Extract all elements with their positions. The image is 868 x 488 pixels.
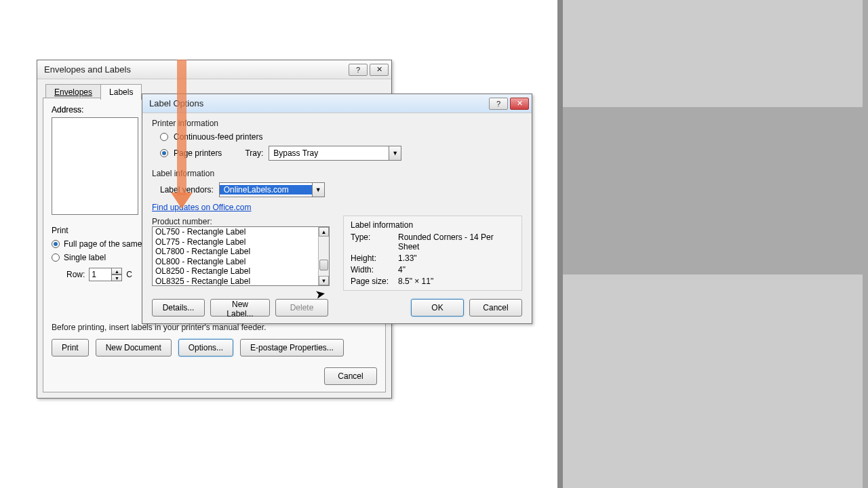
cancel-button[interactable]: Cancel xyxy=(324,367,377,385)
dialog-title: Label Options xyxy=(149,98,487,108)
label-options-dialog: Label Options ? ✕ Printer information Co… xyxy=(142,94,532,324)
titlebar[interactable]: Envelopes and Labels ? ✕ xyxy=(37,60,391,79)
vendor-label: Label vendors: xyxy=(160,185,214,195)
type-value: Rounded Corners - 14 Per Sheet xyxy=(398,232,515,251)
row-input[interactable] xyxy=(89,268,112,281)
tray-value: Bypass Tray xyxy=(269,148,389,158)
vendor-combo[interactable]: OnlineLabels.com ▼ xyxy=(219,182,325,197)
scroll-thumb[interactable] xyxy=(319,260,328,270)
radio-label: Single label xyxy=(64,253,106,262)
list-items: OL750 - Rectangle LabelOL775 - Rectangle… xyxy=(153,227,318,286)
radio-label: Continuous-feed printers xyxy=(174,132,262,142)
scroll-track[interactable] xyxy=(319,237,329,276)
cancel-button[interactable]: Cancel xyxy=(469,299,522,317)
help-button[interactable]: ? xyxy=(349,64,368,76)
height-label: Height: xyxy=(351,253,398,263)
page-label: Page size: xyxy=(351,277,398,286)
tray-label: Tray: xyxy=(245,148,263,158)
product-list-column: Product number: OL750 - Rectangle LabelO… xyxy=(152,216,330,291)
row-spinner[interactable]: ▲ ▼ xyxy=(89,268,122,281)
dialog-body: Printer information Continuous-feed prin… xyxy=(142,113,532,323)
spin-down-button[interactable]: ▼ xyxy=(111,274,122,281)
list-item[interactable]: OL7800 - Rectangle Label xyxy=(153,247,318,257)
vendor-value: OnlineLabels.com xyxy=(220,185,312,195)
titlebar[interactable]: Label Options ? ✕ xyxy=(142,94,532,113)
list-item[interactable]: OL800 - Rectangle Label xyxy=(153,257,318,267)
dialog-title: Envelopes and Labels xyxy=(44,64,347,75)
button-row-bottom: Cancel xyxy=(324,367,377,385)
close-button[interactable]: ✕ xyxy=(510,98,529,110)
page-value: 8.5" × 11" xyxy=(398,277,515,286)
delete-button: Delete xyxy=(275,299,328,317)
info-title: Label information xyxy=(351,220,515,230)
printer-info-title: Printer information xyxy=(152,119,522,128)
background-panel xyxy=(557,0,868,488)
ok-button[interactable]: OK xyxy=(411,299,464,317)
list-item[interactable]: OL8325 - Rectangle Label xyxy=(153,277,318,287)
chevron-down-icon[interactable]: ▼ xyxy=(312,183,324,197)
radio-icon[interactable] xyxy=(52,253,60,262)
type-label: Type: xyxy=(351,232,398,251)
radio-icon[interactable] xyxy=(160,149,168,157)
product-number-label: Product number: xyxy=(152,217,330,226)
radio-icon[interactable] xyxy=(52,240,60,248)
scrollbar[interactable]: ▲ ▼ xyxy=(318,227,329,285)
radio-continuous-feed[interactable]: Continuous-feed printers xyxy=(160,132,522,142)
tab-labels[interactable]: Labels xyxy=(100,84,142,100)
new-label-button[interactable]: New Label... xyxy=(210,299,270,317)
updates-link[interactable]: Find updates on Office.com xyxy=(152,203,252,212)
scroll-down-button[interactable]: ▼ xyxy=(319,276,329,285)
column-label: C xyxy=(126,270,132,279)
scroll-up-button[interactable]: ▲ xyxy=(319,227,329,237)
tray-combo[interactable]: Bypass Tray ▼ xyxy=(269,146,401,161)
list-item[interactable]: OL775 - Rectangle Label xyxy=(153,237,318,247)
new-document-button[interactable]: New Document xyxy=(96,339,172,357)
radio-page-printers[interactable]: Page printers Tray: Bypass Tray ▼ xyxy=(160,146,522,161)
width-value: 4" xyxy=(398,265,515,274)
info-grid: Type: Rounded Corners - 14 Per Sheet Hei… xyxy=(351,232,515,286)
vendor-row: Label vendors: OnlineLabels.com ▼ xyxy=(160,182,522,197)
spin-up-button[interactable]: ▲ xyxy=(111,268,122,274)
background-divider xyxy=(557,0,563,488)
radio-label: Page printers xyxy=(174,148,222,158)
button-row: Details... New Label... Delete OK Cancel xyxy=(152,299,522,317)
details-button[interactable]: Details... xyxy=(152,299,205,317)
list-item[interactable]: OL750 - Rectangle Label xyxy=(153,227,318,237)
columns: Product number: OL750 - Rectangle LabelO… xyxy=(152,216,522,291)
background-area xyxy=(563,0,863,107)
button-row: Print New Document Options... E-postage … xyxy=(52,339,344,357)
close-button[interactable]: ✕ xyxy=(370,64,389,76)
label-info-panel: Label information Type: Rounded Corners … xyxy=(343,216,522,291)
print-hint: Before printing, insert labels in your p… xyxy=(52,323,266,332)
print-button[interactable]: Print xyxy=(52,339,89,357)
background-area xyxy=(563,274,863,488)
row-label: Row: xyxy=(66,270,85,279)
epostage-button[interactable]: E-postage Properties... xyxy=(240,339,344,357)
width-label: Width: xyxy=(351,265,398,274)
options-button[interactable]: Options... xyxy=(178,339,233,357)
address-textarea[interactable] xyxy=(52,117,138,215)
radio-icon[interactable] xyxy=(160,133,168,141)
label-info-title: Label information xyxy=(152,169,522,178)
chevron-down-icon[interactable]: ▼ xyxy=(389,146,401,160)
help-button[interactable]: ? xyxy=(489,98,508,110)
list-item[interactable]: OL8250 - Rectangle Label xyxy=(153,266,318,277)
product-listbox[interactable]: OL750 - Rectangle LabelOL775 - Rectangle… xyxy=(152,226,330,286)
height-value: 1.33" xyxy=(398,253,515,263)
